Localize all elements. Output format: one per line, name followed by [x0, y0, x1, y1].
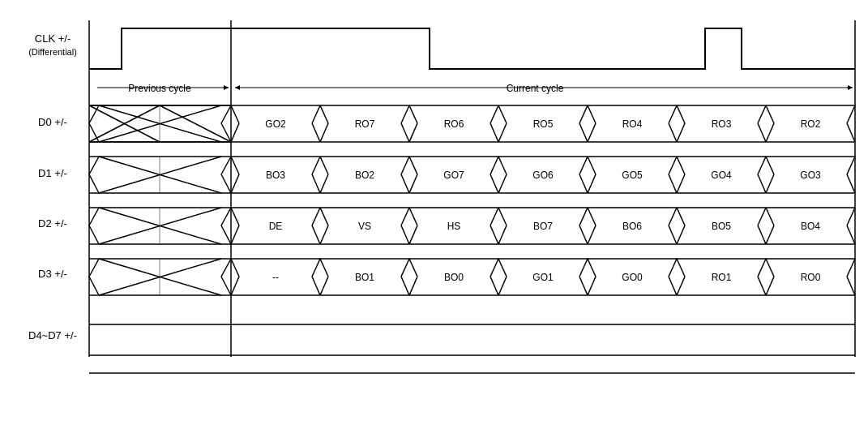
d0-cell-ro5: RO5: [533, 118, 554, 130]
d0-cell-ro7: RO7: [355, 118, 375, 130]
d1-cell-go7: GO7: [443, 170, 464, 181]
current-cycle-label: Current cycle: [507, 83, 564, 94]
d0-cell-go2: GO2: [265, 118, 286, 130]
d1-cell-bo3: BO3: [266, 170, 285, 181]
svg-rect-0: [0, 0, 868, 438]
d0-label: D0 +/-: [38, 116, 67, 128]
d3-label: D3 +/-: [38, 268, 67, 280]
d2-cell-de: DE: [269, 221, 283, 232]
d2-label: D2 +/-: [38, 217, 67, 230]
clk-sublabel: (Differential): [28, 47, 77, 57]
d2-cell-bo7: BO7: [533, 221, 553, 232]
clk-label: CLK +/-: [35, 32, 71, 45]
d3-cell-dash: --: [272, 272, 279, 283]
d4-label: D4~D7 +/-: [28, 329, 77, 341]
d2-cell-vs: VS: [358, 221, 371, 232]
d3-cell-go1: GO1: [532, 272, 554, 283]
d1-cell-go5: GO5: [622, 170, 643, 181]
d3-cell-ro0: RO0: [801, 272, 821, 283]
d1-cell-bo2: BO2: [355, 170, 374, 181]
d2-cell-hs: HS: [447, 221, 461, 232]
d3-cell-bo1: BO1: [355, 272, 374, 283]
d2-cell-bo5: BO5: [712, 221, 731, 232]
d0-cell-ro6: RO6: [444, 118, 464, 130]
d2-cell-bo4: BO4: [801, 221, 820, 232]
d1-label: D1 +/-: [38, 167, 67, 179]
previous-cycle-label: Previous cycle: [128, 83, 191, 94]
d1-cell-go3: GO3: [800, 170, 821, 181]
d3-cell-bo0: BO0: [444, 272, 464, 283]
d1-cell-go6: GO6: [532, 170, 554, 181]
d1-cell-go4: GO4: [711, 170, 732, 181]
d3-cell-ro1: RO1: [712, 272, 732, 283]
d3-cell-go0: GO0: [622, 272, 643, 283]
d0-cell-ro2: RO2: [801, 118, 821, 130]
d0-cell-ro3: RO3: [712, 118, 732, 130]
d0-cell-ro4: RO4: [622, 118, 643, 130]
d2-cell-bo6: BO6: [622, 221, 642, 232]
timing-diagram: CLK +/- (Differential) Previous cycle Cu…: [0, 0, 868, 438]
